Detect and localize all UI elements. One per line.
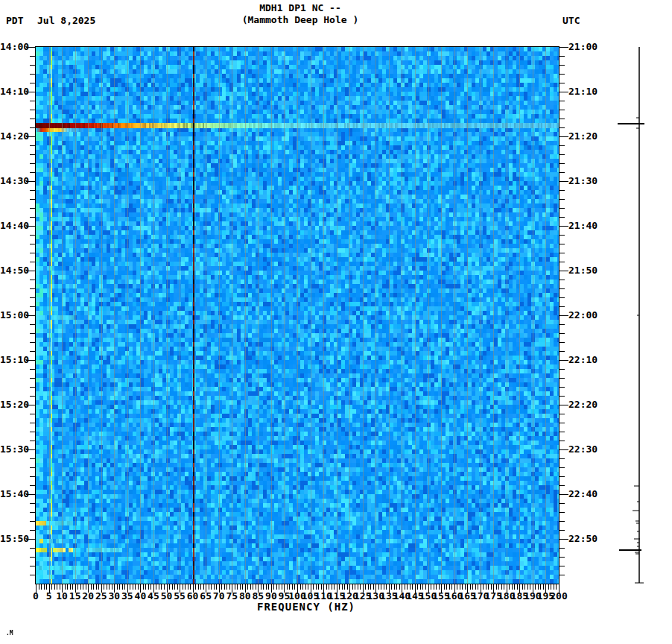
- left-time-label: 15:10: [0, 355, 29, 365]
- freq-tick: [446, 584, 447, 590]
- freq-tick: [112, 584, 112, 590]
- freq-tick: [169, 584, 170, 590]
- station-title: MDH1 DP1 NC --: [151, 2, 449, 14]
- freq-tick: [434, 584, 434, 590]
- freq-tick: [122, 584, 123, 590]
- time-tick: [559, 181, 568, 182]
- time-tick: [559, 539, 568, 540]
- time-tick: [559, 136, 568, 137]
- freq-tick: [221, 584, 222, 590]
- freq-tick: [394, 584, 395, 590]
- time-tick: [30, 172, 36, 173]
- freq-tick: [412, 584, 413, 590]
- time-tick: [559, 351, 565, 352]
- freq-tick: [124, 584, 125, 590]
- freq-tick: [242, 584, 243, 590]
- freq-tick: [200, 584, 201, 590]
- left-time-label: 14:30: [0, 176, 29, 186]
- freq-tick: [478, 584, 478, 590]
- freq-tick: [148, 584, 149, 590]
- freq-tick: [439, 584, 440, 590]
- time-tick: [30, 163, 36, 164]
- spectrogram-canvas: [36, 47, 559, 584]
- time-tick: [559, 65, 565, 66]
- freq-tick: [96, 584, 97, 590]
- right-time-label: 22:20: [568, 400, 597, 410]
- freq-tick: [407, 584, 408, 590]
- freq-tick: [273, 584, 274, 590]
- freq-tick: [381, 584, 381, 590]
- time-tick: [30, 369, 36, 370]
- time-tick: [30, 387, 36, 388]
- time-tick: [30, 244, 36, 244]
- time-tick: [559, 47, 568, 48]
- time-tick: [559, 262, 565, 262]
- time-tick: [559, 369, 565, 370]
- freq-tick: [365, 584, 366, 590]
- freq-tick: [226, 584, 227, 590]
- left-time-label: 15:40: [0, 489, 29, 499]
- freq-tick: [156, 584, 156, 590]
- time-tick: [30, 56, 36, 57]
- time-tick: [30, 190, 36, 191]
- freq-tick: [399, 584, 400, 590]
- freq-tick: [289, 584, 290, 590]
- freq-tick: [261, 584, 261, 590]
- time-tick: [30, 280, 36, 280]
- freq-tick: [216, 584, 217, 590]
- freq-tick: [540, 584, 541, 590]
- freq-tick: [72, 584, 73, 590]
- freq-tick: [117, 584, 118, 590]
- time-tick: [30, 530, 36, 531]
- time-tick: [559, 467, 565, 468]
- freq-tick: [91, 584, 92, 590]
- time-tick: [559, 288, 565, 289]
- freq-tick: [177, 584, 178, 590]
- time-tick: [559, 145, 565, 146]
- right-time-label: 21:20: [568, 131, 597, 142]
- right-time-label: 21:10: [568, 86, 597, 97]
- freq-tick: [556, 584, 557, 590]
- right-time-label: 21:40: [568, 221, 597, 231]
- freq-tick: [538, 584, 539, 590]
- freq-tick: [318, 584, 319, 590]
- time-tick: [30, 342, 36, 343]
- left-time-label: 15:00: [0, 310, 29, 321]
- time-tick: [559, 342, 565, 343]
- time-tick: [30, 208, 36, 209]
- freq-tick: [486, 584, 486, 590]
- time-tick: [30, 557, 36, 558]
- freq-tick: [67, 584, 68, 590]
- freq-tick: [410, 584, 411, 590]
- time-tick: [30, 83, 36, 83]
- date-label: Jul 8,2025: [37, 15, 95, 27]
- freq-tick: [417, 584, 418, 590]
- freq-tick: [268, 584, 269, 590]
- freq-tick: [279, 584, 279, 590]
- freq-tick: [431, 584, 431, 590]
- freq-tick: [195, 584, 196, 590]
- spectrogram-plot-area: [35, 46, 560, 584]
- freq-tick: [451, 584, 452, 590]
- freq-tick: [326, 584, 327, 590]
- freq-tick: [83, 584, 83, 590]
- freq-tick: [135, 584, 136, 590]
- freq-tick: [119, 584, 120, 590]
- freq-tick: [93, 584, 94, 590]
- freq-tick: [358, 584, 358, 590]
- time-tick: [30, 235, 36, 236]
- freq-tick: [405, 584, 405, 590]
- corner-mark: .M: [6, 631, 13, 637]
- freq-tick: [253, 584, 253, 590]
- time-tick: [559, 432, 565, 432]
- freq-tick: [551, 584, 551, 590]
- time-tick: [559, 324, 565, 325]
- freq-tick: [496, 584, 497, 590]
- time-tick: [30, 306, 36, 307]
- time-tick: [559, 378, 565, 379]
- time-tick: [559, 163, 565, 164]
- time-tick: [559, 449, 568, 450]
- left-time-label: 15:30: [0, 444, 29, 455]
- freq-tick: [185, 584, 186, 590]
- time-tick: [559, 485, 565, 486]
